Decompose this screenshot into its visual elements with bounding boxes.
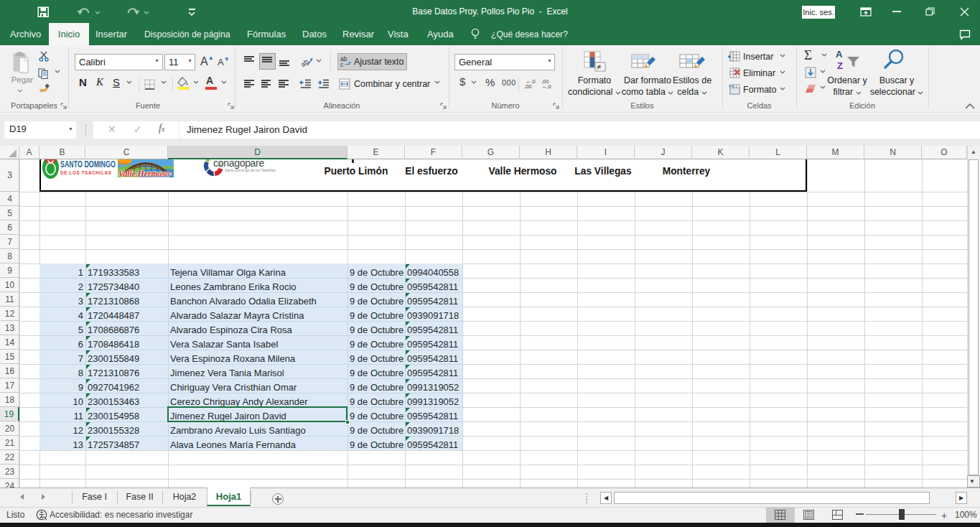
svg-text:≠: ≠ [597,62,601,71]
svg-text:→,0: →,0 [541,83,551,89]
svg-text:,00: ,00 [524,83,531,89]
